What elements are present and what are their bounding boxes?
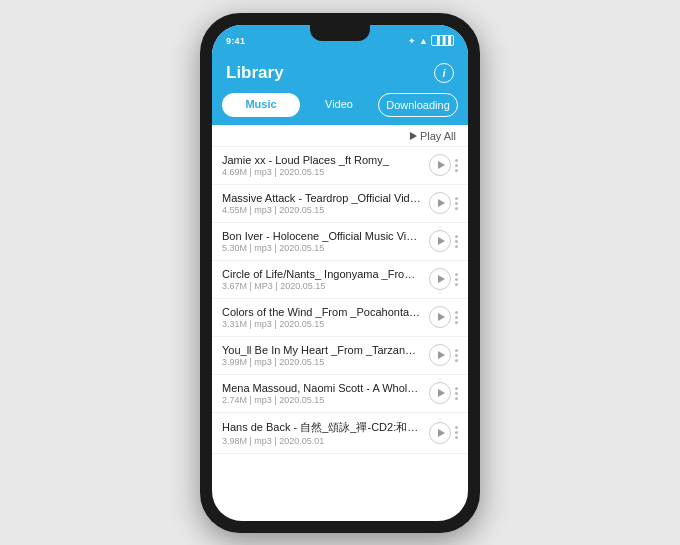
- dot: [455, 316, 458, 319]
- play-all-bar: Play All: [212, 125, 468, 147]
- song-item: Bon Iver - Holocene _Official Music Vide…: [212, 223, 468, 261]
- song-item: Massive Attack - Teardrop _Official Vide…: [212, 185, 468, 223]
- song-title: Bon Iver - Holocene _Official Music Vide…: [222, 230, 421, 242]
- play-icon: [438, 199, 445, 207]
- dot: [455, 397, 458, 400]
- play-all-button[interactable]: Play All: [410, 130, 456, 142]
- song-more-button[interactable]: [455, 159, 458, 172]
- dot: [455, 426, 458, 429]
- play-icon: [438, 389, 445, 397]
- dot: [455, 207, 458, 210]
- song-item: You_ll Be In My Heart _From _Tarzan_/Sou…: [212, 337, 468, 375]
- tab-downloading[interactable]: Downloading: [378, 93, 458, 117]
- song-play-button[interactable]: [429, 344, 451, 366]
- song-meta: 5.30M | mp3 | 2020.05.15: [222, 243, 421, 253]
- song-actions: [429, 382, 458, 404]
- play-all-icon: [410, 132, 417, 140]
- dot: [455, 387, 458, 390]
- bluetooth-icon: ✦: [408, 36, 416, 46]
- song-actions: [429, 422, 458, 444]
- dot: [455, 349, 458, 352]
- status-icons: ✦ ▲ ▐▐▐: [408, 35, 454, 46]
- dot: [455, 164, 458, 167]
- song-play-button[interactable]: [429, 382, 451, 404]
- dot: [455, 392, 458, 395]
- wifi-icon: ▲: [419, 36, 428, 46]
- dot: [455, 278, 458, 281]
- song-more-button[interactable]: [455, 197, 458, 210]
- song-actions: [429, 344, 458, 366]
- tab-bar: Music Video Downloading: [212, 93, 468, 125]
- dot: [455, 240, 458, 243]
- song-list: Jamie xx - Loud Places _ft Romy_4.69M | …: [212, 147, 468, 521]
- battery-icon: ▐▐▐: [431, 35, 454, 46]
- song-meta: 3.67M | MP3 | 2020.05.15: [222, 281, 421, 291]
- dot: [455, 311, 458, 314]
- song-more-button[interactable]: [455, 311, 458, 324]
- song-actions: [429, 268, 458, 290]
- song-title: Massive Attack - Teardrop _Official Vide…: [222, 192, 421, 204]
- song-play-button[interactable]: [429, 422, 451, 444]
- song-info: Massive Attack - Teardrop _Official Vide…: [222, 192, 421, 215]
- phone-screen: 9:41 ✦ ▲ ▐▐▐ Library i Music Video Downl…: [212, 25, 468, 521]
- dot: [455, 197, 458, 200]
- play-icon: [438, 313, 445, 321]
- song-title: Circle of Life/Nants_ Ingonyama _From _T…: [222, 268, 421, 280]
- tab-video[interactable]: Video: [300, 93, 378, 117]
- song-play-button[interactable]: [429, 192, 451, 214]
- song-meta: 2.74M | mp3 | 2020.05.15: [222, 395, 421, 405]
- play-icon: [438, 237, 445, 245]
- song-title: You_ll Be In My Heart _From _Tarzan_/Sou…: [222, 344, 421, 356]
- tab-music[interactable]: Music: [222, 93, 300, 117]
- dot: [455, 159, 458, 162]
- dot: [455, 235, 458, 238]
- song-more-button[interactable]: [455, 349, 458, 362]
- play-icon: [438, 429, 445, 437]
- dot: [455, 431, 458, 434]
- song-more-button[interactable]: [455, 235, 458, 248]
- song-meta: 3.99M | mp3 | 2020.05.15: [222, 357, 421, 367]
- song-info: Circle of Life/Nants_ Ingonyama _From _T…: [222, 268, 421, 291]
- song-meta: 4.69M | mp3 | 2020.05.15: [222, 167, 421, 177]
- status-time: 9:41: [226, 36, 245, 46]
- dot: [455, 283, 458, 286]
- song-item: Jamie xx - Loud Places _ft Romy_4.69M | …: [212, 147, 468, 185]
- song-play-button[interactable]: [429, 306, 451, 328]
- song-item: Colors of the Wind _From _Pocahontas_ / …: [212, 299, 468, 337]
- song-play-button[interactable]: [429, 154, 451, 176]
- phone-frame: 9:41 ✦ ▲ ▐▐▐ Library i Music Video Downl…: [200, 13, 480, 533]
- dot: [455, 202, 458, 205]
- dot: [455, 169, 458, 172]
- dot: [455, 359, 458, 362]
- dot: [455, 436, 458, 439]
- song-info: Bon Iver - Holocene _Official Music Vide…: [222, 230, 421, 253]
- song-play-button[interactable]: [429, 268, 451, 290]
- song-title: Mena Massoud, Naomi Scott - A Whole New …: [222, 382, 421, 394]
- dot: [455, 354, 458, 357]
- song-title: Hans de Back - 自然_頌詠_禪-CD2:和圃之夜 -...: [222, 420, 421, 435]
- song-play-button[interactable]: [429, 230, 451, 252]
- song-item: Circle of Life/Nants_ Ingonyama _From _T…: [212, 261, 468, 299]
- song-title: Jamie xx - Loud Places _ft Romy_: [222, 154, 421, 166]
- info-button[interactable]: i: [434, 63, 454, 83]
- status-bar: 9:41 ✦ ▲ ▐▐▐: [212, 25, 468, 57]
- song-actions: [429, 230, 458, 252]
- dot: [455, 273, 458, 276]
- song-title: Colors of the Wind _From _Pocahontas_ / …: [222, 306, 421, 318]
- play-icon: [438, 351, 445, 359]
- song-info: You_ll Be In My Heart _From _Tarzan_/Sou…: [222, 344, 421, 367]
- song-item: Hans de Back - 自然_頌詠_禪-CD2:和圃之夜 -...3.98…: [212, 413, 468, 454]
- song-info: Jamie xx - Loud Places _ft Romy_4.69M | …: [222, 154, 421, 177]
- dot: [455, 321, 458, 324]
- song-actions: [429, 192, 458, 214]
- song-info: Mena Massoud, Naomi Scott - A Whole New …: [222, 382, 421, 405]
- song-meta: 3.31M | mp3 | 2020.05.15: [222, 319, 421, 329]
- song-info: Hans de Back - 自然_頌詠_禪-CD2:和圃之夜 -...3.98…: [222, 420, 421, 446]
- song-more-button[interactable]: [455, 273, 458, 286]
- song-meta: 3.98M | mp3 | 2020.05.01: [222, 436, 421, 446]
- song-more-button[interactable]: [455, 387, 458, 400]
- song-more-button[interactable]: [455, 426, 458, 439]
- song-actions: [429, 154, 458, 176]
- app-header: Library i: [212, 57, 468, 93]
- notch: [310, 25, 370, 41]
